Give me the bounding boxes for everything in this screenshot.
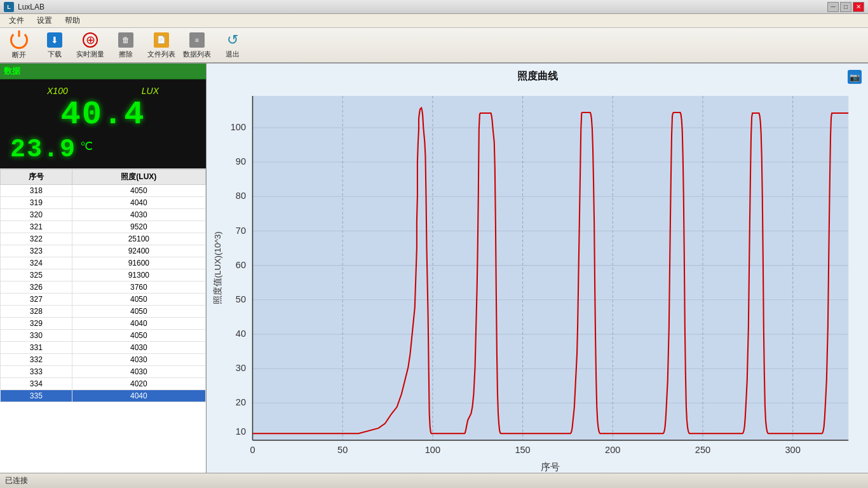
app-title: LuxLAB <box>18 3 827 11</box>
temp-row: 23.9 ℃ <box>10 135 196 164</box>
table-row[interactable]: 32392400 <box>1 245 206 257</box>
file-list-button[interactable]: 📄 文件列表 <box>145 29 178 61</box>
disconnect-button[interactable]: 断开 <box>3 29 36 61</box>
table-row[interactable]: 3344020 <box>1 378 206 390</box>
file-list-icon: 📄 <box>151 31 172 48</box>
table-row[interactable]: 3263760 <box>1 281 206 294</box>
data-list-button[interactable]: ≡ 数据列表 <box>180 29 214 61</box>
table-row[interactable]: 3219520 <box>1 221 206 233</box>
cell-lux: 4050 <box>72 330 205 342</box>
y-label-10: 10 <box>236 426 246 437</box>
exit-button[interactable]: ↺ 退出 <box>216 29 249 61</box>
table-row[interactable]: 32591300 <box>1 269 206 281</box>
erase-button[interactable]: 🗑 擦除 <box>109 29 142 61</box>
app-icon: L <box>4 2 14 12</box>
disconnect-icon <box>9 31 29 49</box>
display-labels: X100 LUX <box>10 86 196 96</box>
lux-value: 40.4 <box>10 98 196 132</box>
chart-container: 100 90 80 70 60 50 40 30 20 10 0 50 100 … <box>213 88 862 474</box>
table-row[interactable]: 3284050 <box>1 306 206 318</box>
table-row[interactable]: 3294040 <box>1 318 206 330</box>
cell-lux: 91300 <box>72 269 205 281</box>
table-row[interactable]: 32491600 <box>1 257 206 269</box>
cell-seq: 318 <box>1 185 72 197</box>
y-label-30: 30 <box>236 363 246 373</box>
data-table: 序号 照度(LUX) 31840503194040320403032195203… <box>0 169 206 402</box>
cell-seq: 331 <box>1 342 72 354</box>
x-label-250: 250 <box>695 445 710 456</box>
data-table-container[interactable]: 序号 照度(LUX) 31840503194040320403032195203… <box>0 168 206 473</box>
erase-icon: 🗑 <box>116 31 136 48</box>
table-row[interactable]: 3324030 <box>1 354 206 366</box>
close-button[interactable]: ✕ <box>853 2 864 12</box>
table-row[interactable]: 3184050 <box>1 185 206 197</box>
exit-label: 退出 <box>226 50 240 59</box>
table-row[interactable]: 3334030 <box>1 366 206 378</box>
menu-help[interactable]: 帮助 <box>58 14 86 27</box>
disconnect-label: 断开 <box>12 50 26 60</box>
download-label: 下载 <box>48 50 62 59</box>
download-button[interactable]: ⬇ 下载 <box>38 29 71 61</box>
cell-lux: 3760 <box>72 281 205 294</box>
cell-lux: 4030 <box>72 342 205 354</box>
col-seq: 序号 <box>1 170 72 185</box>
cell-lux: 4040 <box>72 318 205 330</box>
table-body: 3184050319404032040303219520322251003239… <box>1 185 206 402</box>
cell-lux: 4050 <box>72 185 205 197</box>
cell-lux: 4040 <box>72 390 205 402</box>
chart-export-button[interactable]: 📷 <box>848 70 862 84</box>
cell-seq: 321 <box>1 221 72 233</box>
x-label-0: 0 <box>250 445 255 456</box>
download-icon: ⬇ <box>44 31 65 48</box>
cell-seq: 333 <box>1 366 72 378</box>
cell-seq: 329 <box>1 318 72 330</box>
table-row[interactable]: 3194040 <box>1 197 206 209</box>
y-label-40: 40 <box>236 329 246 339</box>
table-row[interactable]: 3314030 <box>1 342 206 354</box>
cell-seq: 330 <box>1 330 72 342</box>
panel-header: 数据 <box>0 64 206 79</box>
cell-lux: 91600 <box>72 257 205 269</box>
x-axis-title: 序号 <box>541 462 560 472</box>
cell-seq: 334 <box>1 378 72 390</box>
realtime-measure-icon <box>80 31 100 48</box>
cell-lux: 4050 <box>72 294 205 306</box>
minimize-button[interactable]: ─ <box>827 2 839 12</box>
y-label-100: 100 <box>231 122 246 132</box>
table-row[interactable]: 32225100 <box>1 233 206 245</box>
col-lux: 照度(LUX) <box>72 170 205 185</box>
y-label-50: 50 <box>236 294 246 304</box>
cell-seq: 332 <box>1 354 72 366</box>
chart-area: 照度曲线 📷 <box>207 64 868 473</box>
table-row[interactable]: 3304050 <box>1 330 206 342</box>
y-label-60: 60 <box>236 260 246 270</box>
menu-file[interactable]: 文件 <box>3 14 31 27</box>
x-label-150: 150 <box>515 445 530 456</box>
cell-lux: 4030 <box>72 354 205 366</box>
temp-value: 23.9 <box>10 135 76 164</box>
menu-settings[interactable]: 设置 <box>31 14 58 27</box>
camera-icon: 📷 <box>848 70 862 84</box>
realtime-measure-button[interactable]: 实时测量 <box>74 29 107 61</box>
table-row[interactable]: 3204030 <box>1 209 206 221</box>
y-label-70: 70 <box>236 226 246 236</box>
x100-label: X100 <box>47 86 68 96</box>
cell-lux: 4030 <box>72 366 205 378</box>
cell-seq: 325 <box>1 269 72 281</box>
cell-seq: 323 <box>1 245 72 257</box>
x-label-200: 200 <box>605 445 620 456</box>
table-row[interactable]: 3274050 <box>1 294 206 306</box>
digital-display: X100 LUX 40.4 23.9 ℃ <box>0 79 206 168</box>
table-row[interactable]: 3354040 <box>1 390 206 402</box>
cell-seq: 326 <box>1 281 72 294</box>
cell-seq: 328 <box>1 306 72 318</box>
lux-label: LUX <box>142 86 159 96</box>
maximize-button[interactable]: □ <box>840 2 851 12</box>
y-axis-title: 照度值(LUX)(10^3) <box>214 231 223 304</box>
chart-bg <box>253 96 849 440</box>
exit-icon: ↺ <box>222 31 243 48</box>
y-label-20: 20 <box>236 397 246 407</box>
realtime-measure-label: 实时测量 <box>76 50 104 59</box>
y-label-80: 80 <box>236 191 246 201</box>
x-label-50: 50 <box>337 445 348 456</box>
